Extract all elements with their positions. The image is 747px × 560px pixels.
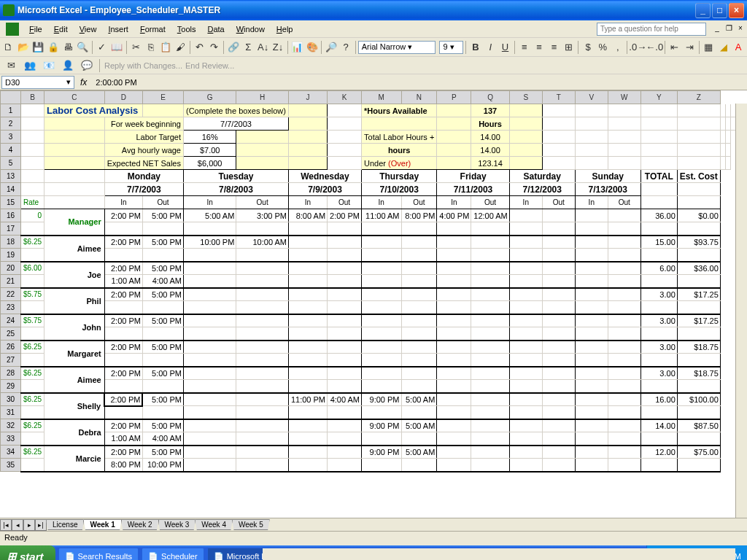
menu-tools[interactable]: Tools: [171, 23, 202, 36]
percent-icon[interactable]: %: [596, 39, 610, 55]
research-icon[interactable]: 📖: [109, 39, 123, 55]
sort-asc-icon[interactable]: A↓: [256, 39, 270, 55]
maximize-button[interactable]: □: [712, 3, 727, 18]
name-box[interactable]: D30▾: [1, 76, 74, 89]
excel-icon: [3, 4, 15, 16]
underline-icon[interactable]: U: [498, 39, 512, 55]
align-left-icon[interactable]: ≡: [517, 39, 531, 55]
taskbar-item[interactable]: 📄Search Results: [58, 548, 139, 560]
help-search-input[interactable]: [597, 23, 706, 36]
review3-icon[interactable]: 📧: [41, 58, 57, 74]
formula-input[interactable]: 2:00:00 PM: [93, 78, 747, 87]
sheet-tab[interactable]: License: [46, 519, 84, 530]
sheet-tab[interactable]: Week 1: [83, 519, 121, 530]
menu-format[interactable]: Format: [134, 23, 171, 36]
menu-help[interactable]: Help: [271, 23, 299, 36]
app-icon: [6, 23, 19, 36]
drawing-icon[interactable]: 🎨: [305, 39, 319, 55]
fill-color-icon[interactable]: ◢: [716, 39, 730, 55]
status-bar: Ready: [0, 531, 747, 545]
tab-prev-icon[interactable]: ◂: [12, 519, 23, 531]
menu-window[interactable]: Window: [231, 23, 271, 36]
menu-data[interactable]: Data: [201, 23, 230, 36]
tab-next-icon[interactable]: ▸: [23, 519, 35, 531]
menu-file[interactable]: File: [23, 23, 48, 36]
review5-icon[interactable]: 💬: [79, 58, 95, 74]
vertical-scrollbar[interactable]: [735, 104, 747, 518]
autosum-icon[interactable]: Σ: [241, 39, 255, 55]
italic-icon[interactable]: I: [484, 39, 498, 55]
horizontal-scrollbar[interactable]: [263, 548, 735, 560]
menu-view[interactable]: View: [74, 23, 103, 36]
sheet-tab[interactable]: Week 2: [121, 519, 159, 530]
doc-min-icon[interactable]: _: [712, 24, 722, 34]
copy-icon[interactable]: ⎘: [144, 39, 158, 55]
spell-icon[interactable]: ✓: [95, 39, 109, 55]
indent-inc-icon[interactable]: ⇥: [682, 39, 696, 55]
doc-restore-icon[interactable]: ❐: [724, 24, 734, 34]
align-right-icon[interactable]: ≡: [547, 39, 561, 55]
tab-first-icon[interactable]: |◂: [0, 519, 12, 531]
worksheet-grid[interactable]: BCDEGHJKMNPQSTVWYZ1Labor Cost Analysis(C…: [0, 90, 747, 518]
font-color-icon[interactable]: A: [731, 39, 745, 55]
chart-icon[interactable]: 📊: [290, 39, 304, 55]
align-center-icon[interactable]: ≡: [532, 39, 546, 55]
inc-decimal-icon[interactable]: .0→: [630, 39, 646, 55]
format-painter-icon[interactable]: 🖌: [174, 39, 187, 55]
new-icon[interactable]: 🗋: [1, 39, 15, 55]
borders-icon[interactable]: ▦: [702, 39, 716, 55]
end-review-label: End Review...: [185, 61, 234, 70]
save-icon[interactable]: 💾: [31, 39, 45, 55]
menubar: FileEditViewInsertFormatToolsDataWindowH…: [0, 20, 747, 38]
open-icon[interactable]: 📂: [16, 39, 30, 55]
review2-icon[interactable]: 👥: [22, 58, 38, 74]
dec-decimal-icon[interactable]: ←.0: [646, 39, 662, 55]
review-toolbar: ✉ 👥 📧 👤 💬 Reply with Changes... End Revi…: [0, 57, 747, 74]
reply-changes-label: Reply with Changes...: [104, 61, 182, 70]
zoom-icon[interactable]: 🔎: [324, 39, 338, 55]
standard-toolbar: 🗋 📂 💾 🔒 🖶 🔍 ✓ 📖 ✂ ⎘ 📋 🖌 ↶ ↷ 🔗 Σ A↓ Z↓ 📊 …: [0, 38, 747, 57]
font-name-select[interactable]: Arial Narrow ▾: [358, 41, 436, 54]
hyperlink-icon[interactable]: 🔗: [226, 39, 240, 55]
comma-icon[interactable]: ,: [611, 39, 624, 55]
sort-desc-icon[interactable]: Z↓: [271, 39, 285, 55]
bold-icon[interactable]: B: [468, 39, 482, 55]
menu-edit[interactable]: Edit: [48, 23, 74, 36]
undo-icon[interactable]: ↶: [193, 39, 206, 55]
menu-insert[interactable]: Insert: [102, 23, 134, 36]
review4-icon[interactable]: 👤: [60, 58, 76, 74]
minimize-button[interactable]: _: [695, 3, 711, 18]
review-icon[interactable]: ✉: [3, 58, 19, 74]
paste-icon[interactable]: 📋: [158, 39, 172, 55]
print-icon[interactable]: 🖶: [61, 39, 74, 55]
titlebar: Microsoft Excel - Employee_Scheduler_MAS…: [0, 0, 747, 20]
formula-bar: D30▾ fx 2:00:00 PM: [0, 74, 747, 90]
fx-icon[interactable]: fx: [80, 77, 87, 88]
taskbar-item[interactable]: 📄Scheduler: [142, 548, 204, 560]
tab-last-icon[interactable]: ▸|: [35, 519, 47, 531]
close-button[interactable]: ×: [729, 3, 744, 18]
currency-icon[interactable]: $: [581, 39, 595, 55]
sheet-tab[interactable]: Week 4: [195, 519, 233, 530]
window-title: Microsoft Excel - Employee_Scheduler_MAS…: [18, 5, 695, 15]
cut-icon[interactable]: ✂: [129, 39, 143, 55]
doc-close-icon[interactable]: ×: [735, 24, 746, 34]
help-icon[interactable]: ?: [338, 39, 352, 55]
sheet-tabs-bar: |◂ ◂ ▸ ▸| LicenseWeek 1Week 2Week 3Week …: [0, 518, 747, 531]
indent-dec-icon[interactable]: ⇤: [667, 39, 681, 55]
sheet-tab[interactable]: Week 3: [158, 519, 196, 530]
merge-icon[interactable]: ⊞: [562, 39, 576, 55]
sheet-tab[interactable]: Week 5: [232, 519, 270, 530]
redo-icon[interactable]: ↷: [207, 39, 221, 55]
preview-icon[interactable]: 🔍: [76, 39, 90, 55]
font-size-select[interactable]: 9 ▾: [439, 41, 463, 54]
permission-icon[interactable]: 🔒: [46, 39, 60, 55]
start-button[interactable]: ⊞start: [0, 545, 55, 560]
